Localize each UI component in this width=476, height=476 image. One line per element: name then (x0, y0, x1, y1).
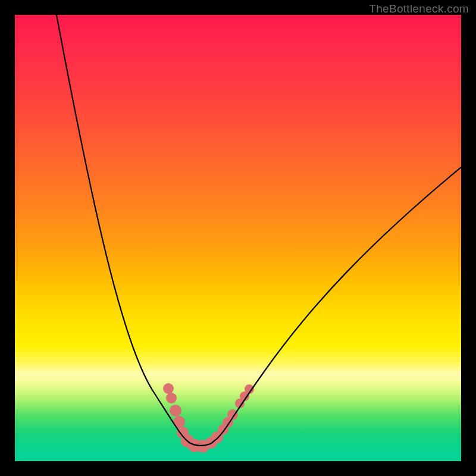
bead-point (163, 383, 174, 394)
bead-point (170, 405, 181, 416)
bead-point (166, 393, 177, 403)
bead-group (163, 383, 254, 453)
bottleneck-curve (57, 15, 461, 446)
curve-layer (15, 15, 461, 461)
chart-frame (15, 15, 461, 461)
watermark-label: TheBottleneck.com (369, 2, 469, 15)
